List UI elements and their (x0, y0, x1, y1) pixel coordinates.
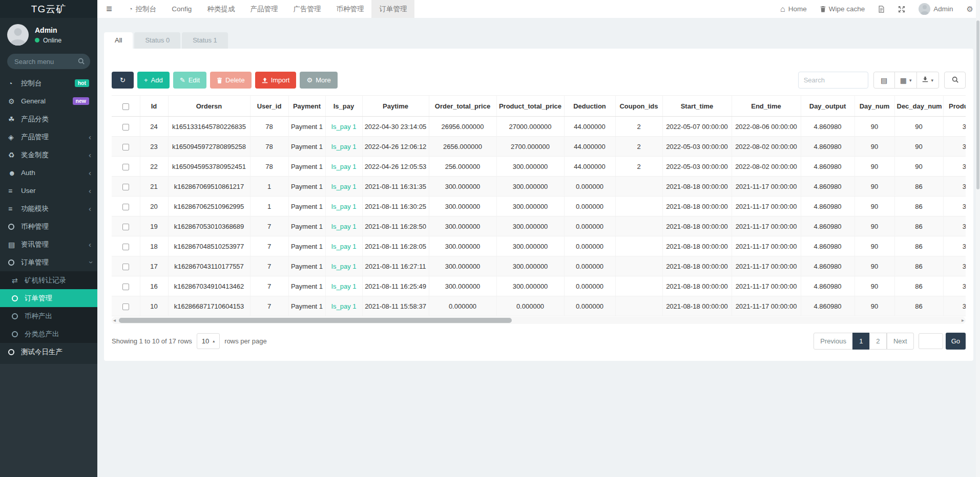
is-pay-link[interactable]: Is_pay 1 (325, 216, 362, 236)
search-toggle-button[interactable] (944, 72, 966, 89)
sidebar-item[interactable]: Auth (0, 164, 97, 182)
tab[interactable]: Status 1 (182, 32, 228, 49)
delete-button[interactable]: Delete (210, 72, 252, 89)
column-header[interactable]: Product_total_price (496, 96, 564, 117)
sidebar-item[interactable]: 产品分类 (0, 110, 97, 128)
sidebar-item[interactable]: User (0, 182, 97, 200)
export-button[interactable]: ▾ (916, 72, 939, 89)
is-pay-link[interactable]: Is_pay 1 (325, 296, 362, 316)
nav-tab[interactable]: 币种管理 (328, 0, 371, 18)
edit-button[interactable]: ✎Edit (173, 72, 206, 89)
row-checkbox[interactable] (122, 303, 129, 310)
column-header[interactable]: Day_output (801, 96, 854, 117)
column-header[interactable]: Is_pay (325, 96, 362, 117)
search-icon[interactable] (78, 58, 85, 66)
page-size-dropdown[interactable]: 10 ▴ (197, 333, 220, 349)
nav-tab[interactable]: 控制台 (121, 0, 164, 18)
is-pay-link[interactable]: Is_pay 1 (325, 276, 362, 296)
refresh-button[interactable]: ↻ (112, 72, 134, 89)
vertical-scrollbar[interactable] (976, 0, 980, 477)
next-page-button[interactable]: Next (887, 333, 914, 350)
column-header[interactable]: User_id (250, 96, 288, 117)
row-checkbox[interactable] (122, 184, 129, 190)
column-header[interactable]: End_time (732, 96, 801, 117)
nav-tab[interactable]: Config (164, 0, 199, 18)
table-row[interactable]: 24 k1651331645780226835 78 Payment 1 Is_… (112, 117, 966, 137)
page-number-button[interactable]: 2 (869, 333, 887, 350)
row-checkbox[interactable] (122, 204, 129, 210)
sidebar-item[interactable]: 订单管理 (0, 253, 97, 271)
row-checkbox[interactable] (122, 224, 129, 230)
table-search-input[interactable] (798, 72, 868, 89)
nav-tab[interactable]: 种类提成 (199, 0, 242, 18)
page-number-button[interactable]: 1 (852, 333, 870, 350)
table-row[interactable]: 19 k162867053010368689 7 Payment 1 Is_pa… (112, 216, 966, 236)
row-checkbox[interactable] (122, 164, 129, 170)
is-pay-link[interactable]: Is_pay 1 (325, 236, 362, 256)
scroll-right-arrow[interactable]: ▸ (962, 317, 964, 324)
sidebar-item[interactable]: 分类总产出 (0, 325, 97, 343)
select-all-checkbox[interactable] (122, 103, 129, 110)
tab[interactable]: All (104, 32, 133, 49)
sidebar-item[interactable]: 资讯管理 (0, 235, 97, 253)
import-button[interactable]: Import (255, 72, 297, 89)
table-row[interactable]: 23 k1650945972780895258 78 Payment 1 Is_… (112, 137, 966, 157)
column-header[interactable]: Coupon_ids (615, 96, 662, 117)
row-checkbox[interactable] (122, 144, 129, 150)
horizontal-scrollbar[interactable]: ◂ ▸ (112, 317, 966, 324)
table-row[interactable]: 18 k162867048510253977 7 Payment 1 Is_pa… (112, 236, 966, 256)
column-header[interactable]: Deduction (564, 96, 615, 117)
column-header[interactable]: Ordersn (168, 96, 250, 117)
nav-tab[interactable]: 订单管理 (371, 0, 414, 18)
table-row[interactable]: 17 k162867043110177557 7 Payment 1 Is_pa… (112, 256, 966, 276)
scroll-left-arrow[interactable]: ◂ (113, 317, 116, 324)
tab[interactable]: Status 0 (134, 32, 180, 49)
column-header[interactable]: Payment (288, 96, 325, 117)
language-button[interactable] (871, 0, 891, 18)
sidebar-item[interactable]: 功能模块 (0, 200, 97, 218)
go-button[interactable]: Go (946, 333, 966, 350)
columns-button[interactable]: ▾ (894, 72, 918, 89)
goto-page-input[interactable] (919, 333, 943, 349)
column-header[interactable]: Dec_day_num (894, 96, 943, 117)
is-pay-link[interactable]: Is_pay 1 (325, 197, 362, 216)
sidebar-item[interactable]: 测试今日生产 (0, 343, 97, 361)
menu-toggle-button[interactable]: ≡ (97, 0, 121, 18)
is-pay-link[interactable]: Is_pay 1 (325, 137, 362, 157)
sidebar-item[interactable]: 订单管理 (0, 289, 97, 307)
wipe-cache-button[interactable]: Wipe cache (814, 0, 872, 18)
is-pay-link[interactable]: Is_pay 1 (325, 117, 362, 137)
column-header[interactable]: Paytime (362, 96, 429, 117)
more-button[interactable]: ⚙More (300, 72, 337, 89)
sidebar-item[interactable]: 币种管理 (0, 218, 97, 235)
row-checkbox[interactable] (122, 264, 129, 270)
is-pay-link[interactable]: Is_pay 1 (325, 177, 362, 197)
row-checkbox[interactable] (122, 244, 129, 250)
sidebar-item[interactable]: 奖金制度 (0, 146, 97, 164)
table-row[interactable]: 20 k162867062510962995 1 Payment 1 Is_pa… (112, 197, 966, 216)
vertical-scrollbar-thumb[interactable] (976, 20, 979, 189)
sidebar-item[interactable]: 矿机转让记录 (0, 271, 97, 289)
sidebar-item[interactable]: 币种产出 (0, 307, 97, 325)
is-pay-link[interactable]: Is_pay 1 (325, 157, 362, 177)
table-row[interactable]: 21 k162867069510861217 1 Payment 1 Is_pa… (112, 177, 966, 197)
column-header[interactable]: Order_total_price (429, 96, 496, 117)
column-header[interactable]: Product_id (943, 96, 966, 117)
sidebar-item[interactable]: 控制台 hot (0, 74, 97, 92)
detail-view-button[interactable] (873, 72, 895, 89)
home-button[interactable]: ⌂ Home (774, 0, 814, 18)
row-checkbox[interactable] (122, 284, 129, 290)
column-header[interactable]: Day_num (854, 96, 894, 117)
row-checkbox[interactable] (122, 124, 129, 131)
admin-menu[interactable]: Admin (912, 0, 960, 18)
column-header[interactable]: Start_time (662, 96, 732, 117)
sidebar-item[interactable]: General new (0, 92, 97, 110)
table-row[interactable]: 16 k162867034910413462 7 Payment 1 Is_pa… (112, 276, 966, 296)
add-button[interactable]: +Add (137, 72, 170, 89)
sidebar-item[interactable]: 产品管理 (0, 128, 97, 146)
column-header[interactable]: Id (140, 96, 168, 117)
fullscreen-button[interactable] (891, 0, 912, 18)
previous-page-button[interactable]: Previous (814, 333, 853, 350)
scrollbar-thumb[interactable] (119, 318, 512, 323)
nav-tab[interactable]: 产品管理 (242, 0, 285, 18)
